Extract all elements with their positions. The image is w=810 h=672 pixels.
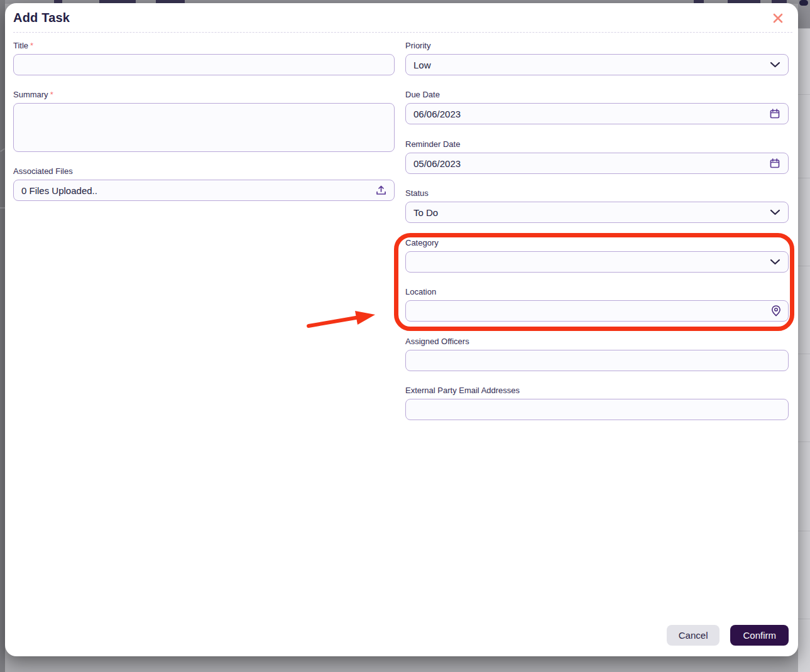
external-party-emails-input[interactable] — [405, 399, 789, 420]
file-upload-field[interactable]: 0 Files Uploaded.. — [13, 180, 395, 201]
status-value: To Do — [413, 207, 765, 218]
reminder-date-value: 05/06/2023 — [413, 158, 764, 169]
summary-label: Summary* — [13, 90, 395, 99]
due-date-field-group: Due Date 06/06/2023 — [405, 90, 789, 124]
confirm-button[interactable]: Confirm — [730, 625, 789, 646]
chevron-down-icon — [770, 62, 780, 68]
due-date-label: Due Date — [405, 90, 789, 99]
close-icon[interactable] — [772, 13, 784, 24]
background-page-left-strip — [0, 0, 5, 672]
modal-header: Add Task — [5, 3, 798, 33]
category-select[interactable] — [405, 251, 789, 273]
location-pin-icon[interactable] — [771, 305, 781, 317]
assigned-officers-field-group: Assigned Officers — [405, 337, 789, 371]
summary-field-group: Summary* — [13, 90, 395, 152]
summary-textarea[interactable] — [13, 103, 395, 152]
due-date-input[interactable]: 06/06/2023 — [405, 103, 789, 124]
associated-files-group: Associated Files 0 Files Uploaded.. — [13, 166, 395, 201]
chevron-down-icon — [770, 209, 780, 215]
required-marker: * — [50, 90, 53, 99]
background-page-right-strip — [798, 0, 810, 672]
status-field-group: Status To Do — [405, 188, 789, 223]
location-label: Location — [405, 287, 789, 296]
cancel-button[interactable]: Cancel — [667, 625, 720, 646]
calendar-icon[interactable] — [769, 108, 780, 119]
priority-select[interactable]: Low — [405, 54, 789, 75]
location-field-group: Location — [405, 287, 789, 322]
add-task-modal: Add Task Title* Summary* Associated File… — [5, 3, 798, 656]
modal-title: Add Task — [13, 11, 70, 25]
status-select[interactable]: To Do — [405, 202, 789, 223]
title-input[interactable] — [13, 54, 395, 75]
associated-files-label: Associated Files — [13, 166, 395, 176]
category-label: Category — [405, 238, 789, 247]
location-input[interactable] — [405, 300, 789, 322]
priority-field-group: Priority Low — [405, 41, 789, 75]
background-toolbar-icon — [799, 0, 808, 6]
priority-value: Low — [413, 60, 765, 70]
modal-footer: Cancel Confirm — [667, 625, 789, 646]
title-field-group: Title* — [13, 41, 395, 75]
title-label: Title* — [13, 41, 395, 50]
reminder-date-label: Reminder Date — [405, 139, 789, 149]
external-party-emails-field-group: External Party Email Addresses — [405, 386, 789, 420]
upload-icon[interactable] — [376, 185, 386, 196]
category-field-group: Category — [405, 238, 789, 273]
priority-label: Priority — [405, 41, 789, 50]
due-date-value: 06/06/2023 — [413, 109, 764, 119]
required-marker: * — [30, 41, 33, 50]
assigned-officers-label: Assigned Officers — [405, 337, 789, 346]
assigned-officers-input[interactable] — [405, 350, 789, 371]
external-party-emails-label: External Party Email Addresses — [405, 386, 789, 395]
calendar-icon[interactable] — [769, 158, 780, 169]
files-uploaded-text: 0 Files Uploaded.. — [21, 185, 371, 196]
reminder-date-field-group: Reminder Date 05/06/2023 — [405, 139, 789, 174]
chevron-down-icon — [770, 259, 780, 265]
status-label: Status — [405, 188, 789, 198]
reminder-date-input[interactable]: 05/06/2023 — [405, 153, 789, 174]
